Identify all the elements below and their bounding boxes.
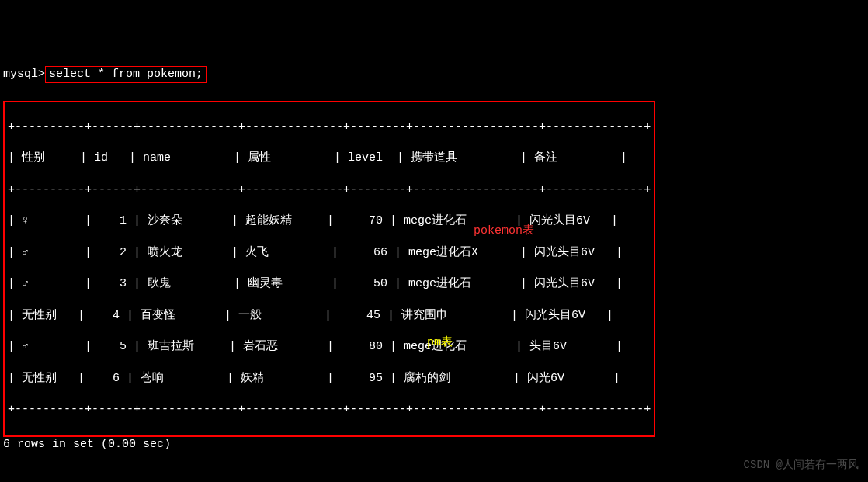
- table1-sep-mid: +----------+------+--------------+------…: [8, 182, 651, 198]
- table1-row: | ♂ | 5 | 班吉拉斯 | 岩石恶 | 80 | mege进化石 | 头目…: [8, 339, 651, 355]
- table1-sep-top: +----------+------+--------------+------…: [8, 120, 651, 135]
- table1-row: | 无性别 | 6 | 苍响 | 妖精 | 95 | 腐朽的剑 | 闪光6V |: [8, 371, 651, 387]
- query1-line: mysql> select * from pokemon;: [3, 66, 865, 83]
- pokemon-label: pokemon表: [474, 224, 534, 239]
- pm-label: pm表: [427, 335, 453, 351]
- table1-row: | ♀ | 1 | 沙奈朵 | 超能妖精 | 70 | mege进化石 | 闪光…: [8, 213, 651, 229]
- pokemon-table-box: +----------+------+--------------+------…: [3, 101, 655, 437]
- query1-text: select * from pokemon;: [49, 68, 203, 81]
- table1-sep-bot: +----------+------+--------------+------…: [8, 402, 651, 418]
- result1: 6 rows in set (0.00 sec): [3, 437, 865, 453]
- table1-row: | ♂ | 3 | 耿鬼 | 幽灵毒 | 50 | mege进化石 | 闪光头目…: [8, 276, 651, 292]
- blank-line: [3, 468, 865, 482]
- prompt: mysql>: [3, 67, 45, 82]
- query1-box: select * from pokemon;: [45, 66, 207, 83]
- watermark: CSDN @人间若有一两风: [744, 458, 859, 473]
- table1-row: | ♂ | 2 | 喷火龙 | 火飞 | 66 | mege进化石X | 闪光头…: [8, 245, 651, 261]
- table1-row: | 无性别 | 4 | 百变怪 | 一般 | 45 | 讲究围巾 | 闪光头目6…: [8, 308, 651, 324]
- table1-header: | 性别 | id | name | 属性 | level | 携带道具 | 备…: [8, 151, 651, 166]
